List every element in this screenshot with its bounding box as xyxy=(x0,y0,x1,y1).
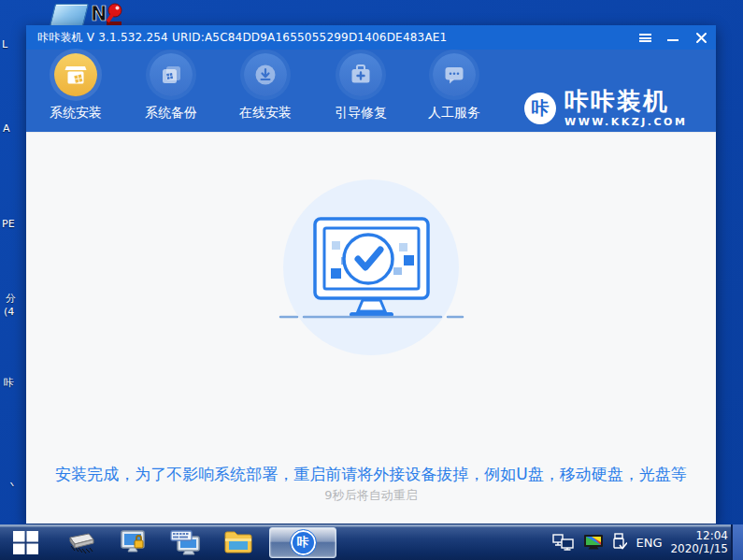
desktop-folder-icon[interactable] xyxy=(50,4,89,26)
usb-safely-remove-icon[interactable] xyxy=(612,533,627,552)
minimize-button[interactable] xyxy=(665,30,680,45)
brand-logo: 咔 咔咔装机 WWW.KKZJ.COM xyxy=(524,89,687,128)
chat-bubble-icon xyxy=(433,53,476,96)
show-desktop-button[interactable] xyxy=(731,524,743,560)
nav-item-system-backup[interactable]: 系统备份 xyxy=(132,53,210,122)
kaka-installer-window: 咔咔装机 V 3.1.532.254 URID:A5C84DD9A1655055… xyxy=(26,25,716,524)
display-color-icon[interactable] xyxy=(583,534,604,551)
nav-item-boot-repair[interactable]: 引导修复 xyxy=(321,53,400,122)
kaka-app-icon: 咔 xyxy=(291,530,316,555)
taskbar-kaka-app-active[interactable]: 咔 xyxy=(269,527,336,558)
taskbar-memory-tool[interactable] xyxy=(64,526,99,558)
desktop-label-fragment: PE xyxy=(2,219,15,230)
nav-bar: 系统安装 系统备份 xyxy=(26,50,716,132)
nav-label: 在线安装 xyxy=(239,105,292,122)
install-box-icon xyxy=(54,53,97,96)
close-button[interactable] xyxy=(693,30,708,45)
clock-date: 2020/1/15 xyxy=(670,542,728,555)
monitor-check-illustration xyxy=(250,174,493,361)
nav-item-system-install[interactable]: 系统安装 xyxy=(36,53,115,122)
nav-item-human-service[interactable]: 人工服务 xyxy=(415,53,493,122)
brand-url: WWW.KKZJ.COM xyxy=(564,116,687,128)
desktop-label-fragment: 分 xyxy=(6,294,16,305)
repair-kit-icon xyxy=(339,53,382,96)
nav-label: 系统安装 xyxy=(50,105,102,122)
brand-name: 咔咔装机 xyxy=(564,89,687,113)
system-tray: ENG 12:04 2020/1/15 xyxy=(552,524,728,560)
taskbar-clock[interactable]: 12:04 2020/1/15 xyxy=(670,529,728,555)
language-indicator[interactable]: ENG xyxy=(636,536,662,550)
desktop-label-fragment: A xyxy=(3,123,10,135)
keyboard-monitor-icon xyxy=(170,529,202,555)
desktop-label-fragment: L xyxy=(2,39,7,50)
network-icon[interactable] xyxy=(552,534,575,551)
start-button[interactable] xyxy=(4,526,47,558)
desktop-label-fragment: 丶 xyxy=(7,481,18,492)
memory-chip-icon xyxy=(66,530,96,554)
nav-label: 引导修复 xyxy=(335,105,387,122)
folder-icon xyxy=(223,530,253,554)
taskbar-display-settings[interactable] xyxy=(116,526,151,558)
svg-text:N: N xyxy=(91,3,107,25)
nav-label: 系统备份 xyxy=(145,105,197,122)
desktop-label-fragment: 咔 xyxy=(4,378,14,389)
menu-icon xyxy=(639,34,651,42)
backup-windows-icon xyxy=(150,53,193,96)
monitor-lock-icon xyxy=(119,529,149,555)
reboot-countdown: 9秒后将自动重启 xyxy=(26,487,716,504)
taskbar: 咔 ENG 12: xyxy=(0,524,743,560)
kaka-logo-icon: 咔 xyxy=(524,93,556,124)
menu-button[interactable] xyxy=(637,30,652,45)
desktop-nkey-icon[interactable]: N xyxy=(90,2,127,26)
minimize-icon xyxy=(667,39,679,41)
window-titlebar: 咔咔装机 V 3.1.532.254 URID:A5C84DD9A1655055… xyxy=(26,25,716,50)
clock-time: 12:04 xyxy=(670,529,728,542)
taskbar-onscreen-keyboard[interactable] xyxy=(168,526,204,558)
completion-message: 安装完成，为了不影响系统部署，重启前请将外接设备拔掉，例如U盘，移动硬盘，光盘等 xyxy=(26,464,716,485)
main-content: 安装完成，为了不影响系统部署，重启前请将外接设备拔掉，例如U盘，移动硬盘，光盘等… xyxy=(26,132,716,524)
window-title: 咔咔装机 V 3.1.532.254 URID:A5C84DD9A1655055… xyxy=(37,30,447,46)
download-circle-icon xyxy=(244,53,287,96)
n-key-icon: N xyxy=(90,2,127,28)
nav-item-online-install[interactable]: 在线安装 xyxy=(226,53,305,122)
desktop-label-fragment: (4 xyxy=(4,307,14,318)
close-icon xyxy=(695,32,707,44)
taskbar-file-explorer[interactable] xyxy=(221,526,256,558)
nav-label: 人工服务 xyxy=(428,105,480,122)
desktop: N L A PE 分 (4 咔 丶 咔咔装机 V 3.1.532.254 URI… xyxy=(0,0,743,560)
windows-start-icon xyxy=(13,531,38,554)
